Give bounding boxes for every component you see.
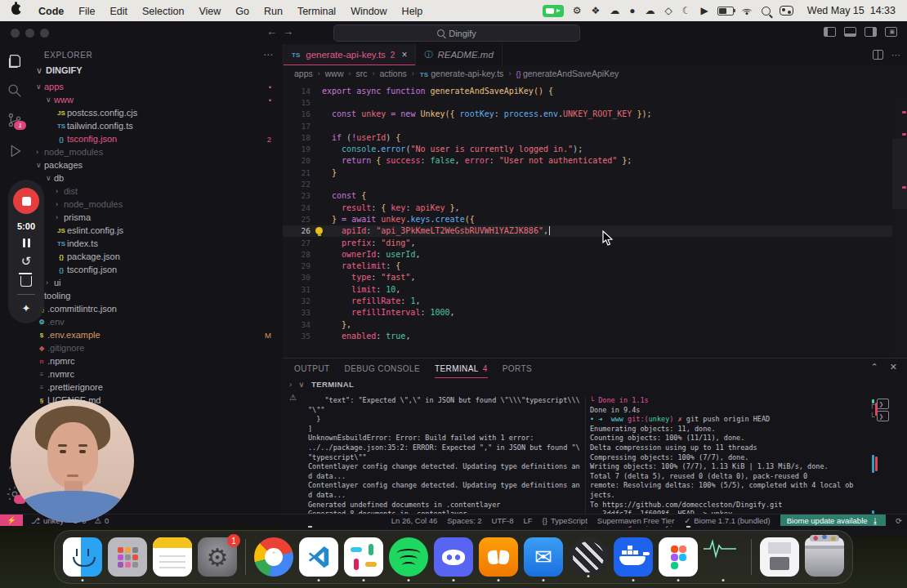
- stop-recording-button[interactable]: [13, 188, 39, 214]
- panel-tab-terminal[interactable]: TERMINAL4: [435, 359, 488, 378]
- menu-item-selection[interactable]: Selection: [135, 4, 191, 19]
- menu-item-window[interactable]: Window: [343, 4, 394, 19]
- code-line-29[interactable]: 29 ratelimit: {: [283, 260, 892, 271]
- status-biome-update[interactable]: Biome update available⭳: [780, 514, 886, 526]
- status-language-mode[interactable]: {}TypeScript: [543, 516, 588, 525]
- folder-www[interactable]: ∨www•: [29, 93, 283, 106]
- customize-layout-icon[interactable]: [885, 27, 897, 37]
- file-.npmrc[interactable]: n.npmrc: [29, 354, 283, 368]
- panel-collapse-icon[interactable]: ⌃: [871, 362, 878, 372]
- folder-node_modules[interactable]: ›node_modules: [29, 198, 283, 211]
- code-editor[interactable]: apps›www›src›actions›TS generate-api-key…: [283, 65, 907, 358]
- code-line-30[interactable]: 30 type: "fast",: [283, 272, 892, 283]
- window-close-button[interactable]: [11, 29, 20, 38]
- status-encoding[interactable]: UTF-8: [492, 516, 514, 525]
- file-postcss.config.cjs[interactable]: JSpostcss.config.cjs: [29, 106, 283, 119]
- github-icon[interactable]: ●: [624, 5, 640, 16]
- status-biome-version[interactable]: ✓Biome 1.7.1 (bundled): [684, 516, 770, 525]
- gear-icon[interactable]: ⚙: [568, 5, 587, 16]
- dock-icon-trash[interactable]: [805, 537, 844, 577]
- effects-button[interactable]: ✦: [22, 302, 31, 314]
- spotlight-icon[interactable]: [762, 7, 771, 16]
- pause-recording-button[interactable]: [23, 238, 30, 247]
- folder-tooling[interactable]: ›tooling: [29, 289, 283, 302]
- menu-item-run[interactable]: Run: [257, 4, 290, 19]
- nav-back-icon[interactable]: ←: [266, 25, 277, 38]
- folder-dist[interactable]: ›dist: [29, 185, 283, 198]
- panel-tab-debug-console[interactable]: DEBUG CONSOLE: [345, 359, 420, 378]
- breadcrumb-item[interactable]: {} generateAndSaveApiKey: [516, 69, 619, 78]
- panel-tab-output[interactable]: OUTPUT: [294, 359, 330, 378]
- window-zoom-button[interactable]: [40, 29, 49, 38]
- folder-ui[interactable]: ›ui: [29, 276, 283, 289]
- diamond-icon[interactable]: ◇: [660, 5, 677, 16]
- window-minimize-button[interactable]: [25, 29, 34, 38]
- source-control-activity-icon[interactable]: 1: [6, 111, 24, 129]
- file-.commitlintrc.json[interactable]: {}.commitlintrc.json: [29, 302, 283, 315]
- breadcrumb-item[interactable]: TS generate-api-key.ts: [419, 69, 504, 78]
- split-editor-icon[interactable]: [873, 50, 883, 60]
- terminal-instance[interactable]: └❯: [869, 410, 902, 422]
- toggle-panel-icon[interactable]: [844, 27, 856, 37]
- file-index.ts[interactable]: TSindex.ts: [29, 237, 283, 250]
- cloud-icon[interactable]: ☁: [641, 5, 660, 16]
- apple-menu-icon[interactable]: [11, 3, 29, 18]
- folder-prisma[interactable]: ›prisma: [29, 211, 283, 224]
- terminal-output-right[interactable]: └ Done in 1.1sDone in 9.4s• ➜ www git:(u…: [590, 396, 868, 528]
- code-line-27[interactable]: 27 prefix: "ding",: [283, 237, 892, 248]
- dock-icon-spotify[interactable]: [389, 537, 428, 577]
- panel-expand-icon[interactable]: ›: [289, 380, 293, 389]
- folder-node_modules[interactable]: ›node_modules: [29, 145, 283, 158]
- dock-icon-slack[interactable]: [344, 537, 383, 577]
- file-.gitignore[interactable]: ◆.gitignore: [29, 341, 283, 354]
- restart-recording-button[interactable]: ↺: [21, 255, 32, 267]
- stats-icon[interactable]: ❖: [587, 5, 605, 16]
- moon-icon[interactable]: ☾: [677, 5, 696, 16]
- status-supermaven[interactable]: Supermaven Free Tier: [597, 516, 675, 525]
- folder-apps[interactable]: ∨apps•: [29, 80, 283, 93]
- menu-item-go[interactable]: Go: [228, 4, 257, 19]
- dock-icon-books[interactable]: [479, 537, 518, 577]
- menu-item-help[interactable]: Help: [395, 4, 431, 19]
- code-line-15[interactable]: 15: [283, 96, 892, 108]
- code-line-20[interactable]: 20 return { success: false, error: "User…: [283, 155, 892, 167]
- nav-forward-icon[interactable]: →: [283, 25, 293, 38]
- wifi-icon[interactable]: [742, 7, 753, 15]
- breadcrumb-item[interactable]: src: [356, 69, 368, 78]
- menu-clock[interactable]: Wed May 15 14:33: [807, 5, 896, 16]
- menu-item-view[interactable]: View: [191, 4, 228, 19]
- code-line-23[interactable]: 23 const {: [283, 190, 892, 202]
- code-line-24[interactable]: 24 result: { key: apiKey },: [283, 202, 892, 213]
- dock-icon-chrome[interactable]: [254, 537, 293, 577]
- tab-generate-api-key.ts[interactable]: TSgenerate-api-key.ts2×: [283, 44, 416, 65]
- dock-icon-vscode[interactable]: [299, 537, 338, 577]
- dock-icon-finder[interactable]: [63, 537, 102, 577]
- file-tailwind.config.ts[interactable]: TStailwind.config.ts: [29, 119, 283, 132]
- status-indentation[interactable]: Spaces: 2: [447, 516, 481, 525]
- terminal-instance[interactable]: ┌❯: [869, 398, 902, 410]
- dock-icon-document[interactable]: [760, 537, 799, 577]
- code-line-21[interactable]: 21 }: [283, 167, 892, 178]
- breadcrumb-item[interactable]: www: [325, 69, 344, 78]
- file-package.json[interactable]: {}package.json: [29, 250, 283, 263]
- menu-item-code[interactable]: Code: [31, 4, 71, 19]
- tab-bar-more-icon[interactable]: ⋯: [891, 50, 900, 60]
- code-line-22[interactable]: 22: [283, 178, 892, 189]
- folder-packages[interactable]: ∨packages: [29, 158, 283, 172]
- file-eslint.config.js[interactable]: JSeslint.config.js: [29, 224, 283, 237]
- code-line-18[interactable]: 18 if (!userId) {: [283, 131, 892, 143]
- explorer-more-icon[interactable]: ⋯: [263, 49, 273, 60]
- dock-icon-figma[interactable]: [659, 537, 698, 577]
- code-line-32[interactable]: 32 refillRate: 1,: [283, 295, 892, 306]
- code-line-31[interactable]: 31 limit: 10,: [283, 283, 892, 295]
- folder-db[interactable]: ∨db: [29, 172, 283, 185]
- file-tsconfig.json[interactable]: {}tsconfig.json: [29, 263, 283, 276]
- status-cursor-position[interactable]: Ln 26, Col 46: [391, 516, 438, 525]
- dock-icon-linear[interactable]: [569, 537, 608, 577]
- dock-icon-notes[interactable]: [153, 537, 192, 577]
- battery-icon[interactable]: [717, 7, 734, 16]
- delete-recording-button[interactable]: [20, 276, 32, 287]
- code-line-26[interactable]: 26 apiId: "api_3PkKmeLT2WeGsbRUVWH1YAZJK…: [283, 225, 892, 237]
- control-center-icon[interactable]: [780, 6, 793, 16]
- search-activity-icon[interactable]: [6, 82, 24, 100]
